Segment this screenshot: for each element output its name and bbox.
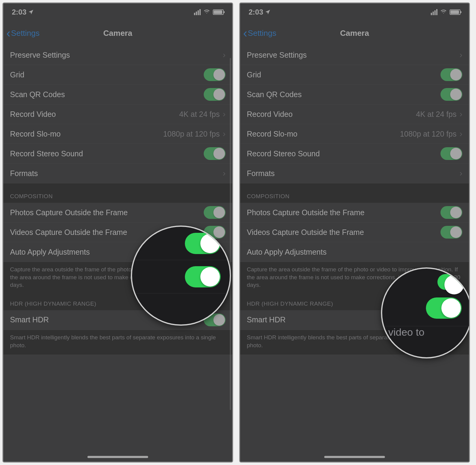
row-label: Grid: [247, 70, 261, 79]
row-value: 4K at 24 fps: [179, 110, 219, 119]
row-formats[interactable]: Formats ›: [240, 164, 469, 183]
grid-toggle[interactable]: [440, 68, 462, 81]
videos-outside-toggle-zoom[interactable]: [185, 266, 221, 287]
chevron-right-icon: ›: [460, 50, 462, 60]
row-label: Auto Apply Adjustments: [10, 248, 90, 256]
cellular-signal-icon: [431, 9, 437, 15]
scroll-indicator: [230, 58, 231, 410]
row-label: Smart HDR: [247, 315, 286, 324]
chevron-right-icon: ›: [223, 168, 226, 178]
home-indicator[interactable]: [324, 456, 385, 458]
row-label: Record Video: [10, 110, 56, 119]
scan-qr-toggle[interactable]: [440, 88, 462, 101]
stereo-toggle[interactable]: [204, 147, 226, 160]
row-label: Photos Capture Outside the Frame: [247, 208, 365, 217]
row-scan-qr[interactable]: Scan QR Codes: [240, 85, 469, 104]
location-icon: [265, 8, 270, 16]
chevron-right-icon: ›: [460, 129, 462, 139]
row-grid[interactable]: Grid: [240, 65, 469, 85]
nav-bar: ‹ Settings Camera: [240, 21, 469, 45]
row-value: 1080p at 120 fps: [400, 130, 456, 138]
section-header-composition: COMPOSITION: [240, 183, 469, 203]
mag-row: [382, 290, 470, 326]
row-scan-qr[interactable]: Scan QR Codes: [3, 85, 232, 104]
row-grid[interactable]: Grid: [3, 65, 232, 85]
battery-icon: [450, 9, 461, 15]
phone-screenshot-left: 2:03 ‹ Settings Camera Preserve Settings…: [2, 2, 233, 463]
photos-outside-toggle[interactable]: [440, 206, 462, 219]
chevron-right-icon: ›: [223, 50, 226, 60]
location-icon: [28, 8, 34, 16]
row-label: Formats: [10, 169, 38, 178]
back-button[interactable]: ‹ Settings: [240, 26, 276, 40]
battery-icon: [213, 9, 224, 15]
phone-screenshot-right: 2:03 ‹ Settings Camera Preserve Settings…: [239, 2, 470, 463]
row-label: Grid: [10, 70, 24, 79]
row-record-slomo[interactable]: Record Slo-mo 1080p at 120 fps ›: [3, 124, 232, 144]
row-label: Videos Capture Outside the Frame: [10, 228, 127, 237]
row-label: Record Slo-mo: [10, 130, 61, 138]
row-photos-outside[interactable]: Photos Capture Outside the Frame: [240, 203, 469, 222]
row-formats[interactable]: Formats ›: [3, 164, 232, 183]
status-time: 2:03: [249, 8, 263, 16]
row-label: Smart HDR: [10, 315, 49, 324]
row-record-stereo[interactable]: Record Stereo Sound: [240, 144, 469, 164]
chevron-right-icon: ›: [460, 109, 462, 119]
grid-toggle[interactable]: [204, 68, 226, 81]
row-label: Record Stereo Sound: [247, 149, 320, 158]
videos-outside-toggle[interactable]: [440, 226, 462, 239]
status-bar: 2:03: [240, 3, 469, 21]
row-photos-outside[interactable]: Photos Capture Outside the Frame: [3, 203, 232, 222]
back-label: Settings: [248, 29, 276, 38]
page-title: Camera: [340, 29, 369, 38]
magnifier-callout: .m2a::after{width:46px;height:46px} vide…: [381, 267, 470, 358]
status-time: 2:03: [12, 8, 26, 16]
row-label: Formats: [247, 169, 275, 178]
row-auto-apply[interactable]: Auto Apply Adjustments: [240, 242, 469, 262]
auto-apply-toggle-zoom[interactable]: [426, 297, 462, 319]
back-label: Settings: [11, 29, 39, 38]
row-label: Scan QR Codes: [247, 90, 302, 99]
row-videos-outside[interactable]: Videos Capture Outside the Frame: [240, 222, 469, 242]
row-record-video[interactable]: Record Video 4K at 24 fps ›: [3, 104, 232, 124]
magnifier-callout: [131, 226, 231, 326]
stereo-toggle[interactable]: [440, 147, 462, 160]
row-value: 4K at 24 fps: [416, 110, 456, 119]
chevron-right-icon: ›: [460, 168, 462, 178]
chevron-right-icon: ›: [223, 129, 226, 139]
row-record-slomo[interactable]: Record Slo-mo 1080p at 120 fps ›: [240, 124, 469, 144]
row-label: Preserve Settings: [10, 51, 70, 59]
section-header-composition: COMPOSITION: [3, 183, 232, 203]
wifi-icon: [203, 8, 210, 16]
photos-outside-toggle[interactable]: [204, 206, 226, 219]
back-button[interactable]: ‹ Settings: [3, 26, 39, 40]
section-footer-hdr: Smart HDR intelligently blends the best …: [3, 330, 232, 355]
row-label: Record Stereo Sound: [10, 149, 83, 158]
row-label: Photos Capture Outside the Frame: [10, 208, 128, 217]
page-title: Camera: [103, 29, 132, 38]
row-label: Record Slo-mo: [247, 130, 298, 138]
row-record-stereo[interactable]: Record Stereo Sound: [3, 144, 232, 164]
row-record-video[interactable]: Record Video 4K at 24 fps ›: [240, 104, 469, 124]
mag-row: [132, 260, 230, 294]
cellular-signal-icon: [194, 9, 201, 15]
home-indicator[interactable]: [87, 456, 148, 458]
row-value: 1080p at 120 fps: [163, 130, 219, 138]
row-label: Scan QR Codes: [10, 90, 65, 99]
chevron-left-icon: ‹: [6, 26, 10, 40]
row-preserve-settings[interactable]: Preserve Settings ›: [3, 45, 232, 65]
chevron-left-icon: ‹: [243, 26, 247, 40]
wifi-icon: [440, 8, 447, 16]
row-preserve-settings[interactable]: Preserve Settings ›: [240, 45, 469, 65]
scan-qr-toggle[interactable]: [204, 88, 226, 101]
mag-footer-text: video to: [382, 326, 470, 338]
status-bar: 2:03: [3, 3, 232, 21]
chevron-right-icon: ›: [223, 109, 226, 119]
row-label: Videos Capture Outside the Frame: [247, 228, 364, 237]
nav-bar: ‹ Settings Camera: [3, 21, 232, 45]
row-label: Preserve Settings: [247, 51, 307, 59]
row-label: Record Video: [247, 110, 293, 119]
row-label: Auto Apply Adjustments: [247, 248, 327, 256]
